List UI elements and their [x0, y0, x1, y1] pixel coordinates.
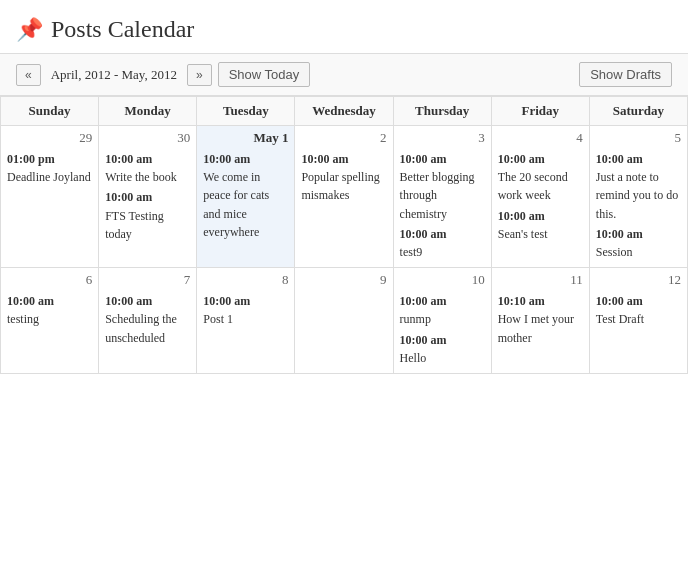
next-button[interactable]: »: [187, 64, 212, 86]
event[interactable]: 10:00 amWrite the book: [105, 150, 190, 186]
calendar-cell: May 110:00 amWe come in peace for cats a…: [197, 126, 295, 268]
event[interactable]: 10:00 amWe come in peace for cats and mi…: [203, 150, 288, 241]
event[interactable]: 10:00 amtesting: [7, 292, 92, 328]
week-row-1: 610:00 amtesting710:00 amScheduling the …: [1, 268, 688, 374]
calendar-cell: 310:00 amBetter blogging through chemist…: [393, 126, 491, 268]
event[interactable]: 10:00 amScheduling the unscheduled: [105, 292, 190, 347]
event-time: 10:00 am: [301, 152, 348, 166]
event[interactable]: 10:00 amFTS Testing today: [105, 188, 190, 243]
calendar-cell: 3010:00 amWrite the book10:00 amFTS Test…: [99, 126, 197, 268]
cell-date: 3: [400, 130, 485, 146]
event-title: runmp: [400, 312, 431, 326]
date-range: April, 2012 - May, 2012: [47, 67, 181, 83]
show-drafts-button[interactable]: Show Drafts: [579, 62, 672, 87]
event-title: Session: [596, 245, 633, 259]
event-time: 10:00 am: [400, 227, 447, 241]
calendar-cell: 810:00 amPost 1: [197, 268, 295, 374]
event-time: 10:00 am: [596, 227, 643, 241]
event[interactable]: 10:00 amTest Draft: [596, 292, 681, 328]
cell-date: 9: [301, 272, 386, 288]
calendar-cell: 1210:00 amTest Draft: [589, 268, 687, 374]
cell-date: 4: [498, 130, 583, 146]
event[interactable]: 10:00 amPopular spelling mismakes: [301, 150, 386, 205]
event[interactable]: 10:00 amtest9: [400, 225, 485, 261]
event-title: testing: [7, 312, 39, 326]
prev-button[interactable]: «: [16, 64, 41, 86]
event[interactable]: 10:00 amBetter blogging through chemistr…: [400, 150, 485, 223]
day-header-friday: Friday: [491, 97, 589, 126]
event-time: 10:00 am: [105, 294, 152, 308]
event-title: Test Draft: [596, 312, 644, 326]
event-title: Deadline Joyland: [7, 170, 91, 184]
event-time: 10:00 am: [105, 152, 152, 166]
show-today-button[interactable]: Show Today: [218, 62, 311, 87]
event-title: test9: [400, 245, 423, 259]
day-header-monday: Monday: [99, 97, 197, 126]
event-time: 10:00 am: [596, 294, 643, 308]
event[interactable]: 10:00 amSession: [596, 225, 681, 261]
event[interactable]: 10:00 amThe 20 second work week: [498, 150, 583, 205]
toolbar: « April, 2012 - May, 2012 » Show Today S…: [0, 54, 688, 96]
day-header-thursday: Thursday: [393, 97, 491, 126]
cell-date: 2: [301, 130, 386, 146]
event-time: 10:00 am: [7, 294, 54, 308]
cell-date: 7: [105, 272, 190, 288]
event-time: 10:00 am: [498, 152, 545, 166]
event-time: 10:00 am: [203, 294, 250, 308]
event-title: Scheduling the unscheduled: [105, 312, 177, 344]
event-title: Post 1: [203, 312, 233, 326]
event-title: Hello: [400, 351, 427, 365]
event-title: Better blogging through chemistry: [400, 170, 475, 220]
event[interactable]: 10:10 amHow I met your mother: [498, 292, 583, 347]
cell-date: 29: [7, 130, 92, 146]
event-title: FTS Testing today: [105, 209, 164, 241]
event-time: 10:10 am: [498, 294, 545, 308]
calendar-table: SundayMondayTuesdayWednesdayThursdayFrid…: [0, 96, 688, 374]
page-title: Posts Calendar: [51, 16, 194, 43]
cell-date: 5: [596, 130, 681, 146]
event[interactable]: 01:00 pmDeadline Joyland: [7, 150, 92, 186]
day-header-sunday: Sunday: [1, 97, 99, 126]
day-headers-row: SundayMondayTuesdayWednesdayThursdayFrid…: [1, 97, 688, 126]
toolbar-left: « April, 2012 - May, 2012 » Show Today: [16, 62, 310, 87]
event-time: 10:00 am: [400, 152, 447, 166]
cell-date: 8: [203, 272, 288, 288]
event-title: We come in peace for cats and mice every…: [203, 170, 269, 239]
calendar-cell: 610:00 amtesting: [1, 268, 99, 374]
event-time: 10:00 am: [400, 294, 447, 308]
calendar-cell: 510:00 amJust a note to remind you to do…: [589, 126, 687, 268]
pin-icon: 📌: [16, 17, 43, 43]
calendar-cell: 1110:10 amHow I met your mother: [491, 268, 589, 374]
event-time: 10:00 am: [400, 333, 447, 347]
cell-date: 6: [7, 272, 92, 288]
event-title: How I met your mother: [498, 312, 574, 344]
calendar-cell: 710:00 amScheduling the unscheduled: [99, 268, 197, 374]
event[interactable]: 10:00 amHello: [400, 331, 485, 367]
event[interactable]: 10:00 amJust a note to remind you to do …: [596, 150, 681, 223]
event-time: 01:00 pm: [7, 152, 55, 166]
event-title: The 20 second work week: [498, 170, 568, 202]
event-time: 10:00 am: [105, 190, 152, 204]
calendar-cell: 1010:00 amrunmp10:00 amHello: [393, 268, 491, 374]
calendar-cell: 410:00 amThe 20 second work week10:00 am…: [491, 126, 589, 268]
cell-date: May 1: [203, 130, 288, 146]
event[interactable]: 10:00 amrunmp: [400, 292, 485, 328]
cell-date: 30: [105, 130, 190, 146]
event-time: 10:00 am: [203, 152, 250, 166]
cell-date: 10: [400, 272, 485, 288]
page-header: 📌 Posts Calendar: [0, 0, 688, 54]
day-header-saturday: Saturday: [589, 97, 687, 126]
event[interactable]: 10:00 amSean's test: [498, 207, 583, 243]
event-title: Just a note to remind you to do this.: [596, 170, 678, 220]
event-title: Write the book: [105, 170, 177, 184]
day-header-tuesday: Tuesday: [197, 97, 295, 126]
event-time: 10:00 am: [596, 152, 643, 166]
calendar-cell: 210:00 amPopular spelling mismakes: [295, 126, 393, 268]
event-title: Sean's test: [498, 227, 548, 241]
week-row-0: 2901:00 pmDeadline Joyland3010:00 amWrit…: [1, 126, 688, 268]
event[interactable]: 10:00 amPost 1: [203, 292, 288, 328]
day-header-wednesday: Wednesday: [295, 97, 393, 126]
event-time: 10:00 am: [498, 209, 545, 223]
calendar-cell: 9: [295, 268, 393, 374]
cell-date: 11: [498, 272, 583, 288]
